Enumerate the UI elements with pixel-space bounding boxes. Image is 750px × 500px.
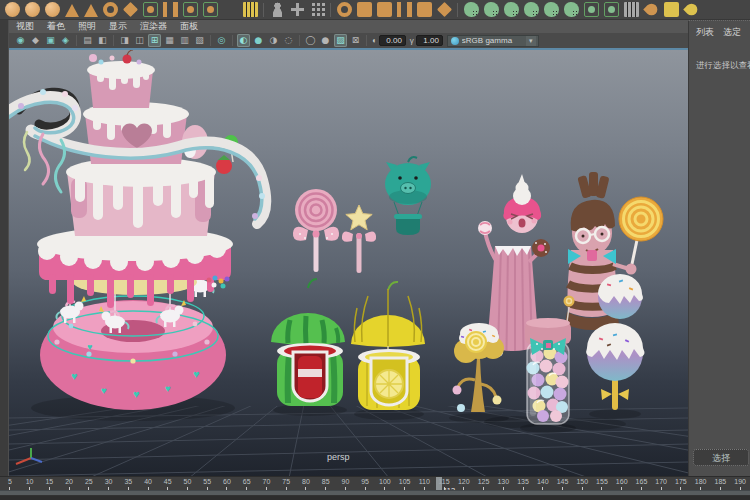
menu-renderer[interactable]: 渲染器 bbox=[140, 20, 167, 33]
xray-icon[interactable]: ⊠ bbox=[349, 34, 362, 47]
menu-show[interactable]: 显示 bbox=[109, 20, 127, 33]
menu-view[interactable]: 视图 bbox=[16, 20, 34, 33]
poly-cone-icon[interactable] bbox=[65, 4, 79, 17]
menu-lighting[interactable]: 照明 bbox=[78, 20, 96, 33]
sculpt-tool-6-icon[interactable] bbox=[564, 2, 579, 17]
separate-icon[interactable] bbox=[397, 2, 412, 17]
sculpt-tool-4-icon[interactable] bbox=[524, 2, 539, 17]
shadows-icon[interactable]: ◑ bbox=[267, 34, 280, 47]
giant-lollipop[interactable] bbox=[619, 197, 663, 264]
sculpt-tool-5-icon[interactable] bbox=[544, 2, 559, 17]
combine-icon[interactable] bbox=[377, 2, 392, 17]
multi-cut-icon[interactable] bbox=[584, 2, 599, 17]
timeline-frame-number[interactable]: 150 bbox=[572, 477, 592, 486]
timeline-frame-number[interactable]: 95 bbox=[355, 477, 375, 486]
poly-torus-icon[interactable] bbox=[103, 2, 118, 17]
pig-hot-air-balloon[interactable] bbox=[385, 157, 431, 235]
poly-plane-icon[interactable] bbox=[122, 2, 137, 17]
image-plane-icon[interactable]: ▤ bbox=[81, 34, 94, 47]
camera-attributes-icon[interactable]: ▣ bbox=[44, 34, 57, 47]
bevel-icon[interactable] bbox=[203, 2, 218, 17]
timeline-frame-number[interactable]: 40 bbox=[138, 477, 158, 486]
exposure-value[interactable]: 0.00 bbox=[379, 35, 406, 46]
timeline-frame-number[interactable]: 165 bbox=[632, 477, 652, 486]
ae-menu-selected[interactable]: 选定 bbox=[723, 26, 741, 39]
duplicate-icon[interactable] bbox=[357, 2, 372, 17]
timeline-frame-number[interactable]: 125 bbox=[474, 477, 494, 486]
ambient-occlusion-icon[interactable]: ◌ bbox=[282, 34, 295, 47]
wireframe-icon[interactable]: ◯ bbox=[304, 34, 317, 47]
field-chart-icon[interactable]: ▦ bbox=[163, 34, 176, 47]
candy-jar[interactable] bbox=[525, 318, 571, 424]
quad-draw-grid-icon[interactable] bbox=[624, 2, 639, 17]
isolate-select-icon[interactable]: ◎ bbox=[215, 34, 228, 47]
timeline-frame-number[interactable]: 110 bbox=[414, 477, 434, 486]
menu-shading[interactable]: 着色 bbox=[47, 20, 65, 33]
timeline-frame-number[interactable]: 50 bbox=[178, 477, 198, 486]
poly-cylinder-icon[interactable] bbox=[45, 2, 60, 17]
timeline-frame-number[interactable]: 35 bbox=[118, 477, 138, 486]
timeline-frame-number[interactable]: 170 bbox=[651, 477, 671, 486]
colorspace-dropdown[interactable]: sRGB gamma ▾ bbox=[447, 35, 539, 47]
timeline-frame-number[interactable]: 85 bbox=[316, 477, 336, 486]
timeline-frame-number[interactable]: 100 bbox=[375, 477, 395, 486]
timeline-frame-number[interactable]: 120 bbox=[454, 477, 474, 486]
safe-title-icon[interactable]: ▧ bbox=[193, 34, 206, 47]
timeline-frame-number[interactable]: 10 bbox=[20, 477, 40, 486]
smooth-mesh-icon[interactable] bbox=[143, 2, 158, 17]
sculpt-grid-icon[interactable] bbox=[243, 2, 258, 17]
timeline-frame-number[interactable]: 180 bbox=[691, 477, 711, 486]
lemon-bucket[interactable] bbox=[358, 349, 420, 410]
timeline-frame-number[interactable]: 20 bbox=[59, 477, 79, 486]
timeline-frame-number[interactable]: 60 bbox=[217, 477, 237, 486]
shaded-icon[interactable]: ● bbox=[319, 34, 332, 47]
timeline-frame-number[interactable]: 135 bbox=[513, 477, 533, 486]
viewport-3d[interactable]: ♥ ♥ ♥ ♥ ♥ ♥ bbox=[9, 48, 688, 476]
uv-editor-icon[interactable] bbox=[664, 2, 679, 17]
timeline-frame-number[interactable]: 90 bbox=[336, 477, 356, 486]
timeline-frame-number[interactable]: 140 bbox=[533, 477, 553, 486]
star-wand[interactable] bbox=[342, 205, 376, 273]
gate-mask-icon[interactable]: ⊞ bbox=[148, 34, 161, 47]
poly-pipe-icon[interactable] bbox=[163, 2, 178, 17]
select-camera-icon[interactable]: ◉ bbox=[14, 34, 27, 47]
timeline-frame-number[interactable]: 75 bbox=[276, 477, 296, 486]
timeline-frame-number[interactable]: 5 bbox=[0, 477, 20, 486]
timeline-frame-number[interactable]: 185 bbox=[711, 477, 731, 486]
two-d-pan-zoom-icon[interactable]: ◧ bbox=[96, 34, 109, 47]
select-button[interactable]: 选择 bbox=[693, 449, 749, 466]
timeline-frame-number[interactable]: 30 bbox=[99, 477, 119, 486]
timeline-frame-number[interactable]: 70 bbox=[257, 477, 277, 486]
gamma-value[interactable]: 1.00 bbox=[416, 35, 443, 46]
timeline-frame-number[interactable]: 45 bbox=[158, 477, 178, 486]
quad-draw-icon[interactable] bbox=[643, 1, 660, 18]
poly-pyramid-icon[interactable] bbox=[84, 4, 98, 17]
timeline-frame-number[interactable]: 65 bbox=[237, 477, 257, 486]
lighting-all-icon[interactable]: ◐ bbox=[237, 34, 250, 47]
timeline-frame-number[interactable]: 55 bbox=[197, 477, 217, 486]
spiral-lollipop[interactable] bbox=[293, 189, 339, 272]
boolean-icon[interactable] bbox=[417, 2, 432, 17]
target-weld-icon[interactable] bbox=[604, 2, 619, 17]
poly-sphere-smooth-icon[interactable] bbox=[25, 2, 40, 17]
menu-panels[interactable]: 面板 bbox=[180, 20, 198, 33]
sculpt-tool-2-icon[interactable] bbox=[484, 2, 499, 17]
timeline-frame-number[interactable]: 105 bbox=[395, 477, 415, 486]
timeline-frame-number[interactable]: 130 bbox=[493, 477, 513, 486]
uv-snapshot-icon[interactable] bbox=[683, 1, 700, 18]
lattice-icon[interactable] bbox=[337, 2, 352, 17]
timeline-frame-number[interactable]: 145 bbox=[553, 477, 573, 486]
poly-text-icon[interactable] bbox=[223, 2, 238, 17]
origin-icon[interactable] bbox=[310, 2, 325, 17]
exposure-field[interactable]: ◐ 0.00 bbox=[372, 35, 406, 46]
film-gate-icon[interactable]: ◨ bbox=[118, 34, 131, 47]
lock-camera-icon[interactable]: ◆ bbox=[29, 34, 42, 47]
ae-menu-list[interactable]: 列表 bbox=[696, 26, 714, 39]
resolution-gate-icon[interactable]: ◫ bbox=[133, 34, 146, 47]
bookmark-icon[interactable]: ◈ bbox=[59, 34, 72, 47]
safe-action-icon[interactable]: ▥ bbox=[178, 34, 191, 47]
lighting-default-icon[interactable]: ● bbox=[252, 34, 265, 47]
extrude-icon[interactable] bbox=[183, 2, 198, 17]
timeline-frame-number[interactable]: 175 bbox=[671, 477, 691, 486]
timeline-frame-number[interactable]: 15 bbox=[39, 477, 59, 486]
